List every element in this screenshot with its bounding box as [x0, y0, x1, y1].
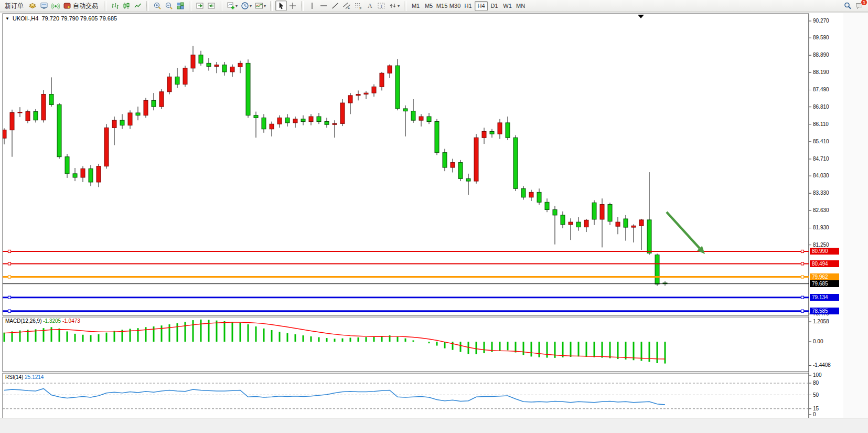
- toolbar-separator: [404, 1, 406, 11]
- timeframe-button-m15[interactable]: M15: [435, 1, 448, 11]
- vertical-line-icon: [308, 2, 316, 10]
- indicators-icon: [255, 2, 263, 10]
- svg-text:E: E: [348, 6, 350, 9]
- channel-tool-button[interactable]: E: [341, 1, 352, 11]
- price-tick-label: 84.030: [813, 173, 829, 179]
- trendline-icon: [331, 2, 339, 10]
- price-line-label: 79.134: [810, 294, 839, 301]
- bar-chart-icon: [111, 2, 119, 10]
- price-tick-label: 87.490: [813, 87, 829, 93]
- price-line-label: 80.494: [810, 260, 839, 267]
- text-tool-button[interactable]: A: [364, 1, 376, 11]
- price-tick-label: 84.710: [813, 156, 829, 162]
- price-tick-label: 85.410: [813, 139, 829, 145]
- zoom-in-button[interactable]: [152, 1, 163, 11]
- indicators-dropdown-caret[interactable]: ▾: [264, 4, 266, 8]
- market-watch-button[interactable]: [27, 1, 38, 11]
- notifications-button[interactable]: 1: [853, 1, 865, 11]
- timeframe-button-mn[interactable]: MN: [514, 1, 527, 11]
- navigator-button[interactable]: [50, 1, 61, 11]
- zoom-out-icon: [165, 2, 173, 10]
- new-chart-button[interactable]: ▾: [225, 1, 239, 11]
- text-icon: A: [366, 2, 374, 10]
- period-dropdown-caret[interactable]: ▾: [250, 4, 252, 8]
- indicator-tick-label: 15: [813, 406, 819, 412]
- search-button[interactable]: [842, 1, 853, 11]
- annotation-arrow: [667, 212, 705, 254]
- tile-windows-button[interactable]: [175, 1, 186, 11]
- candlestick-chart-button[interactable]: [121, 1, 132, 11]
- cursor-tool-button[interactable]: [275, 1, 287, 11]
- indicator-tick-label: 0: [813, 411, 816, 418]
- text-label-tool-button[interactable]: T: [376, 1, 387, 11]
- timeframe-button-m30[interactable]: M30: [448, 1, 462, 11]
- fibonacci-tool-button[interactable]: F: [352, 1, 364, 11]
- new-order-button[interactable]: 新订单: [2, 1, 27, 11]
- indicator-tick-label: -1.4408: [813, 362, 831, 368]
- indicator-tick-label: 50: [813, 392, 819, 398]
- timeframe-button-w1[interactable]: W1: [501, 1, 514, 11]
- arrows-dropdown-caret[interactable]: ▾: [398, 4, 400, 8]
- timeframe-button-h1[interactable]: H1: [462, 1, 475, 11]
- price-tick-label: 88.890: [813, 52, 829, 58]
- price-tick-label: 81.930: [813, 225, 829, 231]
- price-tick-label: 83.330: [813, 190, 829, 196]
- text-label-icon: T: [377, 2, 385, 10]
- svg-text:A: A: [368, 2, 372, 9]
- chart-shift-button[interactable]: [206, 1, 217, 11]
- auto-scroll-button[interactable]: [194, 1, 206, 11]
- line-chart-button[interactable]: [132, 1, 144, 11]
- vertical-line-tool-button[interactable]: [306, 1, 318, 11]
- price-line-label: 80.990: [810, 248, 839, 255]
- timeframe-button-h4[interactable]: H4: [475, 1, 488, 11]
- status-strip: [0, 418, 868, 433]
- toolbar-separator: [146, 1, 149, 11]
- horizontal-line-tool-button[interactable]: [318, 1, 329, 11]
- new-chart-dropdown-caret[interactable]: ▾: [235, 4, 238, 8]
- indicators-button[interactable]: ▾: [253, 1, 267, 11]
- data-window-icon: [40, 2, 48, 10]
- autotrading-label: 自动交易: [71, 2, 100, 10]
- horizontal-line-icon: [319, 2, 328, 10]
- indicator-tick-label: 80: [813, 380, 819, 386]
- price-tick-label: 82.630: [813, 207, 829, 214]
- new-chart-icon: [227, 2, 235, 10]
- toolbar-separator: [189, 1, 191, 11]
- bar-chart-button[interactable]: [109, 1, 121, 11]
- market-watch-icon: [28, 2, 37, 10]
- trendline-tool-button[interactable]: [329, 1, 341, 11]
- chart-canvas[interactable]: [0, 13, 868, 431]
- main-toolbar: 新订单: [0, 0, 868, 12]
- crosshair-tool-button[interactable]: [287, 1, 298, 11]
- toolbar-separator: [270, 1, 273, 11]
- arrows-icon: [389, 2, 397, 10]
- period-button[interactable]: ▾: [239, 1, 253, 11]
- auto-scroll-icon: [196, 2, 204, 10]
- chart-shift-icon: [207, 2, 216, 10]
- price-line-label: 79.962: [810, 273, 839, 280]
- price-tick-label: 86.810: [813, 104, 829, 110]
- toolbar-separator: [301, 1, 304, 11]
- data-window-button[interactable]: [38, 1, 50, 11]
- price-tick-label: 81.250: [813, 242, 829, 248]
- timeframe-group: M1M5M15M30H1H4D1W1MN: [408, 0, 529, 12]
- candlestick-chart-icon: [122, 2, 131, 10]
- crosshair-icon: [288, 2, 297, 10]
- application-window: 新订单: [0, 0, 868, 433]
- price-tick-label: 90.270: [813, 18, 829, 24]
- zoom-in-icon: [153, 2, 162, 10]
- notification-badge: 1: [861, 0, 867, 6]
- price-line-label: 78.585: [810, 308, 839, 314]
- chart-window: ▼ UKOil-,H4 79.720 79.790 79.605 79.685 …: [0, 13, 868, 430]
- price-tick-label: 89.590: [813, 35, 829, 41]
- autotrading-button[interactable]: 自动交易: [61, 1, 101, 11]
- indicator-tick-label: 100: [813, 372, 822, 378]
- timeframe-button-m1[interactable]: M1: [409, 1, 422, 11]
- navigator-icon: [51, 2, 60, 10]
- timeframe-button-d1[interactable]: D1: [488, 1, 501, 11]
- arrows-tool-button[interactable]: ▾: [387, 1, 401, 11]
- timeframe-button-m5[interactable]: M5: [422, 1, 435, 11]
- search-icon: [843, 2, 852, 10]
- price-tick-label: 86.110: [813, 121, 829, 128]
- zoom-out-button[interactable]: [163, 1, 175, 11]
